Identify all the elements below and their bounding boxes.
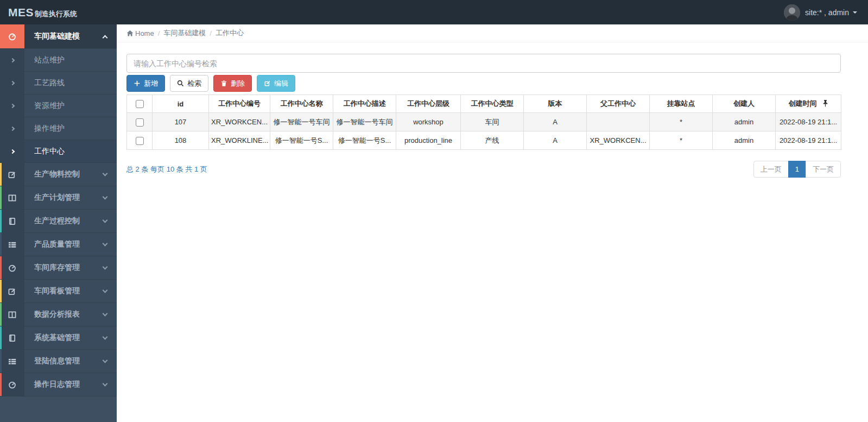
logo-secondary: 制造执行系统 bbox=[35, 9, 77, 19]
col-level: 工作中心层级 bbox=[396, 95, 461, 113]
col-station: 挂靠站点 bbox=[650, 95, 713, 113]
edit-icon bbox=[8, 287, 16, 295]
table-row[interactable]: 108 XR_WORKLINE... 修一智能一号S... 修一智能一号S...… bbox=[127, 131, 841, 150]
trash-icon bbox=[220, 80, 227, 87]
row-checkbox[interactable] bbox=[136, 118, 144, 127]
sidebar-item-work-center[interactable]: 工作中心 bbox=[0, 140, 117, 163]
sidebar-item-operation-log-management[interactable]: 操作日志管理 bbox=[0, 373, 117, 396]
columns-icon bbox=[8, 311, 16, 319]
sidebar-item-station-maintenance[interactable]: 站点维护 bbox=[0, 49, 117, 72]
search-icon bbox=[177, 80, 184, 87]
next-page-button[interactable]: 下一页 bbox=[806, 161, 841, 178]
user-menu[interactable]: site:* , admin bbox=[784, 4, 857, 21]
user-avatar bbox=[784, 4, 800, 21]
gauge-icon bbox=[8, 33, 16, 41]
sidebar-item-kanban-management[interactable]: 车间看板管理 bbox=[0, 280, 117, 303]
app-logo: MES 制造执行系统 bbox=[8, 6, 77, 19]
col-id: id bbox=[153, 95, 209, 113]
main-content: Home / 车间基础建模 / 工作中心 新增 检索 删除 编辑 bbox=[117, 24, 868, 422]
chevron-down-icon bbox=[103, 171, 108, 177]
chevron-down-icon bbox=[103, 264, 108, 270]
chevron-down-icon bbox=[103, 288, 108, 293]
chevron-down-icon bbox=[103, 358, 108, 363]
sidebar-item-material-control[interactable]: 生产物料控制 bbox=[0, 163, 117, 186]
chevron-right-icon bbox=[10, 58, 14, 62]
book-icon bbox=[8, 217, 16, 225]
user-label: site:* , admin bbox=[805, 8, 849, 17]
search-button[interactable]: 检索 bbox=[170, 75, 208, 92]
chevron-down-icon bbox=[103, 381, 108, 387]
sidebar-item-plan-management[interactable]: 生产计划管理 bbox=[0, 186, 117, 210]
edit-icon bbox=[264, 80, 271, 87]
sidebar-item-quality-management[interactable]: 产品质量管理 bbox=[0, 233, 117, 256]
edit-icon bbox=[8, 171, 16, 179]
page-1-button[interactable]: 1 bbox=[788, 161, 806, 178]
edit-button[interactable]: 编辑 bbox=[257, 75, 295, 92]
select-all-checkbox[interactable] bbox=[136, 100, 144, 108]
pagination: 上一页 1 下一页 bbox=[753, 161, 841, 178]
sidebar-item-workshop-modeling[interactable]: 车间基础建模 bbox=[0, 24, 117, 49]
chevron-right-icon bbox=[10, 103, 14, 108]
pin-icon[interactable] bbox=[822, 100, 828, 107]
chevron-down-icon bbox=[103, 335, 108, 340]
col-parent: 父工作中心 bbox=[587, 95, 650, 113]
sidebar-item-process-control[interactable]: 生产过程控制 bbox=[0, 210, 117, 233]
chevron-right-icon bbox=[10, 149, 14, 153]
gauge-icon bbox=[8, 264, 16, 272]
table-row[interactable]: 107 XR_WORKCEN... 修一智能一号车间 修一智能一号车间 work… bbox=[127, 113, 841, 131]
sidebar-item-resource-maintenance[interactable]: 资源维护 bbox=[0, 95, 117, 117]
col-type: 工作中心类型 bbox=[461, 95, 524, 113]
sidebar-item-process-route[interactable]: 工艺路线 bbox=[0, 72, 117, 95]
search-input[interactable] bbox=[126, 54, 841, 73]
breadcrumb: Home / 车间基础建模 / 工作中心 bbox=[117, 24, 868, 42]
plus-icon bbox=[134, 80, 141, 87]
home-icon bbox=[126, 30, 134, 37]
sidebar-item-label: 车间基础建模 bbox=[24, 32, 103, 41]
sidebar: 车间基础建模 站点维护 工艺路线 资源维护 操作维护 工作中心 生产物料控制 生… bbox=[0, 24, 117, 422]
pagination-summary: 总 2 条 每页 10 条 共 1 页 bbox=[126, 165, 207, 174]
sidebar-item-inventory-management[interactable]: 车间库存管理 bbox=[0, 256, 117, 280]
logo-primary: MES bbox=[8, 6, 34, 19]
add-button[interactable]: 新增 bbox=[126, 75, 165, 92]
list-icon bbox=[8, 241, 16, 249]
caret-down-icon bbox=[853, 11, 857, 14]
sidebar-item-analytics-reports[interactable]: 数据分析报表 bbox=[0, 303, 117, 326]
col-version: 版本 bbox=[524, 95, 587, 113]
top-navbar: MES 制造执行系统 site:* , admin bbox=[0, 0, 868, 24]
row-checkbox[interactable] bbox=[136, 137, 144, 145]
chevron-right-icon bbox=[10, 126, 14, 130]
sidebar-item-login-info-management[interactable]: 登陆信息管理 bbox=[0, 350, 117, 373]
col-name: 工作中心名称 bbox=[270, 95, 333, 113]
breadcrumb-home-link[interactable]: Home bbox=[126, 29, 154, 37]
chevron-down-icon bbox=[103, 194, 108, 200]
delete-button[interactable]: 删除 bbox=[213, 75, 252, 92]
work-center-table: id 工作中心编号 工作中心名称 工作中心描述 工作中心层级 工作中心类型 版本… bbox=[126, 95, 841, 150]
breadcrumb-section-link[interactable]: 车间基础建模 bbox=[163, 28, 206, 38]
chevron-up-icon bbox=[103, 35, 108, 40]
col-code: 工作中心编号 bbox=[209, 95, 270, 113]
sidebar-item-system-management[interactable]: 系统基础管理 bbox=[0, 326, 117, 350]
table-header-row: id 工作中心编号 工作中心名称 工作中心描述 工作中心层级 工作中心类型 版本… bbox=[127, 95, 841, 113]
col-creator: 创建人 bbox=[713, 95, 776, 113]
gauge-icon bbox=[8, 381, 16, 389]
breadcrumb-current: 工作中心 bbox=[216, 28, 244, 38]
chevron-down-icon bbox=[103, 218, 108, 223]
chevron-down-icon bbox=[103, 311, 108, 317]
prev-page-button[interactable]: 上一页 bbox=[753, 161, 789, 178]
chevron-down-icon bbox=[103, 241, 108, 247]
book-icon bbox=[8, 334, 16, 342]
list-icon bbox=[8, 357, 16, 366]
chevron-right-icon bbox=[10, 80, 14, 85]
sidebar-item-operation-maintenance[interactable]: 操作维护 bbox=[0, 117, 117, 140]
col-description: 工作中心描述 bbox=[333, 95, 396, 113]
col-created-time: 创建时间 bbox=[776, 95, 841, 113]
columns-icon bbox=[8, 194, 16, 202]
